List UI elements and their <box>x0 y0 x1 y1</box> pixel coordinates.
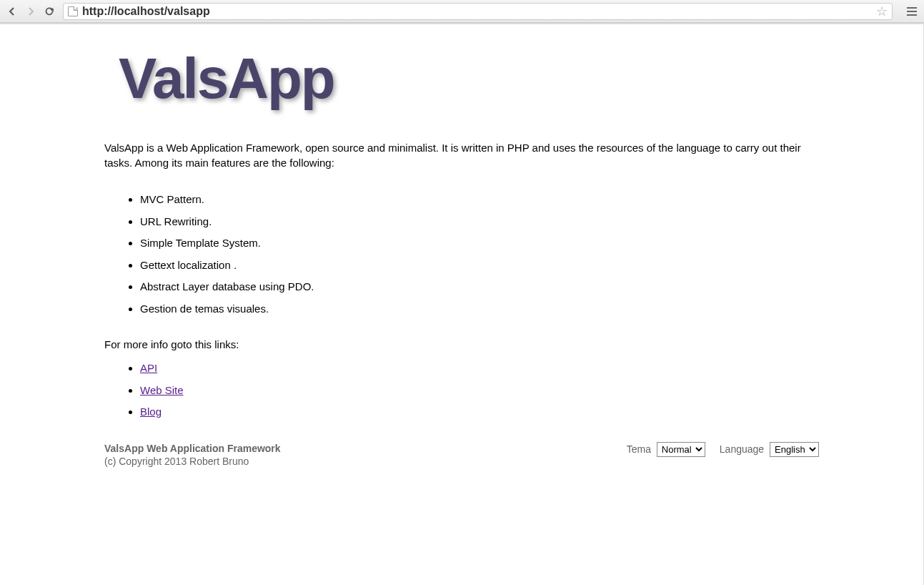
list-item: API <box>140 360 819 377</box>
language-select[interactable]: English <box>770 442 819 457</box>
page-content: ValsApp ValsApp is a Web Application Fra… <box>104 24 819 482</box>
url-text: http://localhost/valsapp <box>82 5 872 18</box>
list-item: Gettext localization . <box>140 257 819 274</box>
footer: ValsApp Web Application Framework (c) Co… <box>104 442 819 468</box>
url-bar[interactable]: http://localhost/valsapp ☆ <box>63 3 893 20</box>
footer-info: ValsApp Web Application Framework (c) Co… <box>104 442 281 468</box>
bookmark-star-icon[interactable]: ☆ <box>876 4 888 19</box>
list-item: Simple Template System. <box>140 235 819 252</box>
links-list: API Web Site Blog <box>140 360 819 421</box>
page-title: ValsApp <box>119 46 819 112</box>
footer-controls: Tema Normal Language English <box>627 442 819 457</box>
page-viewport: ValsApp ValsApp is a Web Application Fra… <box>0 24 924 585</box>
footer-title: ValsApp Web Application Framework <box>104 442 281 455</box>
list-item: URL Rewriting. <box>140 214 819 230</box>
theme-select[interactable]: Normal <box>657 442 705 457</box>
list-item: Gestion de temas visuales. <box>140 301 819 318</box>
api-link[interactable]: API <box>140 362 157 374</box>
list-item: MVC Pattern. <box>140 192 819 208</box>
more-info-text: For more info goto this links: <box>104 338 819 350</box>
hamburger-menu-icon[interactable] <box>904 4 920 19</box>
list-item: Blog <box>140 404 819 421</box>
forward-button[interactable] <box>23 4 39 19</box>
language-label: Language <box>720 443 764 455</box>
footer-copyright: (c) Copyright 2013 Robert Bruno <box>104 455 281 468</box>
page-icon <box>68 6 78 16</box>
reload-button[interactable] <box>41 4 57 19</box>
theme-control: Tema Normal <box>627 442 705 457</box>
blog-link[interactable]: Blog <box>140 405 162 418</box>
website-link[interactable]: Web Site <box>140 384 184 396</box>
list-item: Abstract Layer database using PDO. <box>140 279 819 295</box>
back-button[interactable] <box>4 4 20 19</box>
language-control: Language English <box>720 442 819 457</box>
browser-toolbar: http://localhost/valsapp ☆ <box>0 0 924 23</box>
list-item: Web Site <box>140 383 819 399</box>
theme-label: Tema <box>627 443 651 455</box>
features-list: MVC Pattern. URL Rewriting. Simple Templ… <box>140 192 819 317</box>
intro-paragraph: ValsApp is a Web Application Framework, … <box>104 140 819 170</box>
